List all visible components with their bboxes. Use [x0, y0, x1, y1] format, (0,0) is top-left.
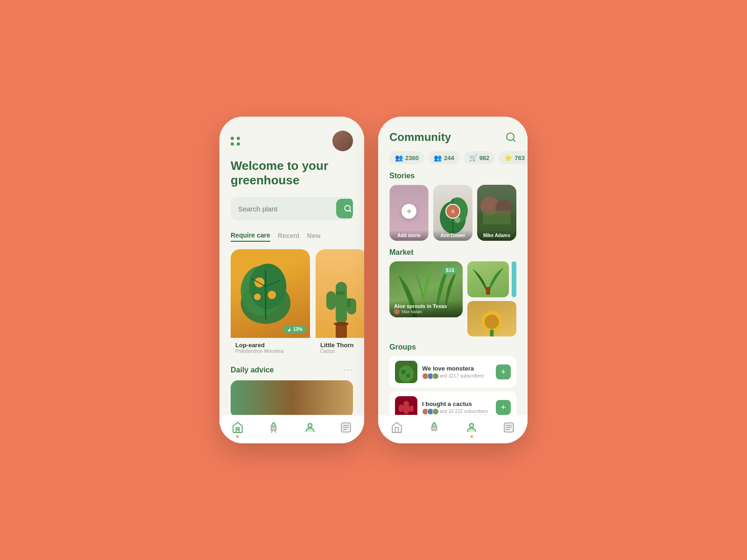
svg-rect-38	[483, 210, 511, 224]
nav-home-r[interactable]	[390, 421, 403, 434]
daily-advice-header: Daily advice ···	[219, 365, 364, 380]
nav-encyclopedia[interactable]	[339, 421, 352, 434]
tab-recent[interactable]: Recent	[278, 230, 300, 242]
group-thumb-monstera	[395, 361, 417, 383]
daily-advice-svg	[231, 380, 353, 418]
plant-tabs: Require care Recent New	[219, 230, 364, 249]
groups-title: Groups	[389, 343, 516, 351]
welcome-title: Welcome to your greenhouse	[231, 159, 353, 188]
nav-encyclopedia-r[interactable]	[502, 421, 515, 434]
health-badge: 13%	[283, 325, 306, 333]
plant-card-cactus[interactable]: Little Thorn Cactus	[316, 249, 364, 357]
plant-cards-row: Lop-eared Philodendron Monstera 13%	[219, 249, 364, 365]
market-plant-name: Aloe sprouts in Texas	[394, 303, 458, 309]
stat-friends[interactable]: 👥 244	[428, 151, 460, 164]
svg-point-41	[485, 315, 499, 329]
bottom-nav-left	[219, 415, 364, 443]
svg-line-22	[275, 431, 276, 433]
stories-title: Stories	[389, 172, 516, 180]
group-subs-monstera: and 3217 subscribers	[422, 373, 491, 379]
profile-icon	[303, 421, 317, 434]
daily-advice-image[interactable]	[231, 380, 353, 418]
group-add-btn-cactus[interactable]: +	[496, 400, 511, 415]
left-header	[219, 117, 364, 159]
group-info-cactus: I bought a cactus and 10 222 subscribers	[422, 400, 491, 415]
encyclopedia-icon	[339, 421, 352, 434]
svg-point-46	[406, 374, 410, 378]
leaf-icon	[287, 327, 292, 332]
story-ann[interactable]: A Ann Bower	[433, 185, 472, 241]
svg-rect-13	[336, 291, 345, 295]
svg-point-53	[470, 423, 474, 427]
market-featured-card[interactable]: $15 Aloe sprouts in Texas Max Natan	[389, 261, 463, 317]
nav-profile[interactable]	[303, 421, 317, 434]
teal-accent-bar	[512, 261, 516, 297]
group-subs-cactus: and 10 222 subscribers	[422, 408, 491, 415]
story-add[interactable]: + Add storie	[389, 185, 429, 241]
home-icon	[231, 421, 244, 434]
story-mike[interactable]: Mike Adams	[477, 185, 516, 241]
search-bar[interactable]	[231, 197, 353, 220]
community-title: Community	[389, 131, 451, 144]
market-card-small-2[interactable]	[467, 301, 516, 337]
group-item-monstera[interactable]: We love monstera and 3217 subscribers	[389, 356, 516, 388]
svg-line-1	[349, 210, 351, 212]
bottom-nav-right	[378, 415, 528, 443]
svg-rect-12	[326, 291, 336, 310]
svg-rect-39	[486, 287, 490, 295]
market-price-badge: $15	[442, 266, 458, 274]
svg-point-45	[401, 370, 406, 374]
search-input[interactable]	[231, 198, 334, 219]
stat-followers[interactable]: 👥 2360	[389, 151, 424, 164]
market-section: Market	[378, 248, 528, 343]
story-ann-avatar: A	[445, 204, 460, 219]
group-monstera-svg	[395, 361, 417, 383]
svg-point-4	[249, 264, 286, 309]
left-phone: Welcome to your greenhouse Require care …	[219, 117, 364, 443]
svg-rect-16	[336, 324, 347, 338]
svg-rect-50	[409, 406, 414, 412]
search-button[interactable]	[336, 199, 353, 218]
market-card-small-1[interactable]	[467, 261, 509, 297]
nav-plants-r[interactable]	[428, 421, 441, 434]
market-seller: Max Natan	[394, 309, 458, 315]
market-card-info: Aloe sprouts in Texas Max Natan	[389, 301, 463, 317]
story-ann-label: Ann Bower	[433, 230, 472, 241]
nav-home[interactable]	[231, 421, 244, 434]
plant-card-monstera[interactable]: Lop-eared Philodendron Monstera 13%	[231, 249, 310, 357]
nav-plants[interactable]	[267, 421, 280, 434]
stat-stars[interactable]: ⭐ 763	[499, 151, 528, 164]
stories-row: + Add storie	[389, 185, 516, 241]
stat-cart[interactable]: 🛒 982	[464, 151, 495, 164]
more-dots-icon[interactable]: ···	[343, 365, 353, 375]
group-add-btn-monstera[interactable]: +	[496, 364, 511, 379]
stat-cart-value: 982	[479, 154, 490, 161]
svg-rect-42	[490, 329, 494, 336]
svg-point-5	[254, 278, 264, 287]
svg-point-6	[268, 291, 276, 299]
group-name-cactus: I bought a cactus	[422, 400, 491, 407]
menu-dots-icon[interactable]	[231, 137, 240, 146]
stats-row: 👥 2360 👥 244 🛒 982 ⭐ 763	[378, 151, 528, 172]
tab-new[interactable]: New	[307, 230, 321, 242]
encyclopedia-icon-r	[502, 421, 515, 434]
svg-point-7	[254, 294, 261, 300]
home-icon-r	[390, 421, 403, 434]
svg-rect-11	[336, 282, 347, 324]
market-small-cards	[467, 261, 516, 336]
svg-point-23	[308, 423, 312, 427]
tab-require-care[interactable]: Require care	[231, 230, 270, 242]
add-story-btn[interactable]: +	[402, 204, 416, 219]
nav-profile-r[interactable]	[465, 421, 478, 434]
cactus-svg	[323, 273, 360, 338]
nav-dot-home	[236, 435, 239, 438]
avatar[interactable]	[332, 131, 353, 151]
community-search-icon[interactable]	[505, 132, 516, 143]
community-header: Community	[378, 117, 528, 151]
story-add-label: Add storie	[389, 230, 429, 241]
monstera-leaf-svg	[231, 249, 301, 324]
flower-small-svg	[467, 301, 516, 337]
welcome-section: Welcome to your greenhouse	[219, 159, 364, 197]
right-phone: Community 👥 2360 👥 244 🛒 982	[378, 117, 528, 443]
svg-rect-18	[231, 380, 353, 418]
